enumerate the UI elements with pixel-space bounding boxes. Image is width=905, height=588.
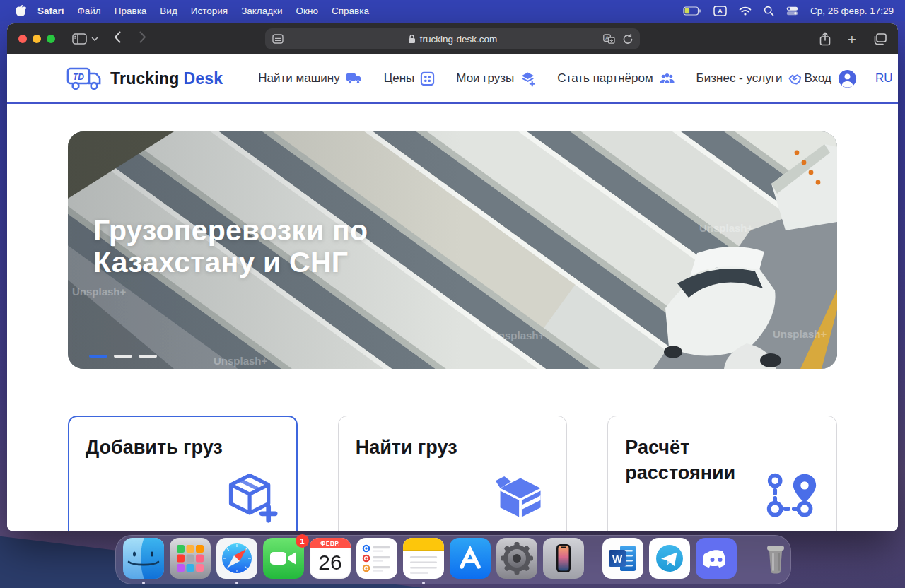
sidebar-toggle-icon[interactable]: [72, 33, 87, 45]
carousel-dot-3[interactable]: [139, 355, 157, 358]
nav-prices[interactable]: Цены: [384, 71, 436, 87]
input-source-icon[interactable]: A: [713, 6, 727, 16]
page-settings-icon[interactable]: [272, 34, 284, 44]
dock-launchpad[interactable]: [170, 538, 211, 579]
language-switcher[interactable]: RU: [875, 71, 893, 86]
notification-badge: 1: [296, 534, 309, 548]
card-distance-calc[interactable]: Расчёт расстоянии: [607, 416, 837, 531]
dock-calendar[interactable]: ФЕВР. 26: [310, 538, 351, 579]
safari-window: trucking-desk.com A +: [7, 23, 898, 531]
carousel-dot-1[interactable]: [89, 355, 107, 358]
menu-file[interactable]: Файл: [78, 6, 101, 16]
running-indicator: [235, 582, 238, 584]
translate-icon[interactable]: A: [603, 34, 615, 44]
hero-title: Грузоперевозки по Казахстану и СНГ: [93, 215, 368, 278]
nav-business-services[interactable]: Бизнес - услуги: [696, 71, 805, 87]
action-cards: Добавить груз Найти груз: [68, 416, 837, 531]
menu-window[interactable]: Окно: [296, 6, 318, 16]
dock-iphone-mirroring[interactable]: [543, 538, 584, 579]
svg-text:TD: TD: [73, 72, 84, 82]
lock-icon: [408, 34, 416, 44]
truck-icon: [346, 71, 363, 86]
menubar-clock[interactable]: Ср, 26 февр. 17:29: [810, 6, 894, 16]
dock-finder[interactable]: [123, 538, 164, 579]
prices-grid-icon: [420, 71, 435, 86]
card-add-cargo[interactable]: Добавить груз: [68, 416, 298, 531]
business-handshake-icon: [788, 71, 804, 86]
spotlight-icon[interactable]: [764, 6, 774, 16]
watermark: Unsplash+: [214, 355, 268, 367]
back-button[interactable]: [114, 31, 121, 47]
route-icon: [764, 470, 818, 524]
dock-system-settings[interactable]: [496, 538, 537, 579]
watermark: Unsplash+: [773, 328, 827, 340]
partners-icon: [659, 71, 675, 86]
battery-icon[interactable]: [683, 6, 701, 16]
dock-reminders[interactable]: [356, 538, 397, 579]
control-center-icon[interactable]: [786, 6, 798, 16]
dock-trash[interactable]: [755, 538, 796, 579]
apple-menu-icon[interactable]: [16, 5, 26, 17]
macos-dock: 1 ФЕВР. 26: [115, 535, 791, 584]
dock-facetime[interactable]: 1: [263, 538, 304, 579]
dock-word[interactable]: W: [602, 538, 643, 579]
dock-telegram[interactable]: [649, 538, 690, 579]
dock-discord[interactable]: [696, 538, 737, 579]
dock-notes[interactable]: [403, 538, 444, 579]
address-bar[interactable]: trucking-desk.com A: [265, 28, 640, 49]
dock-app-store[interactable]: [450, 538, 491, 579]
nav-find-truck[interactable]: Найти машину: [258, 71, 362, 87]
card-find-cargo[interactable]: Найти груз: [338, 416, 568, 531]
menu-safari[interactable]: Safari: [37, 6, 64, 16]
menu-help[interactable]: Справка: [332, 6, 369, 16]
tab-overview-icon[interactable]: [873, 33, 887, 45]
menu-bookmarks[interactable]: Закладки: [241, 6, 282, 16]
menu-history[interactable]: История: [191, 6, 228, 16]
wifi-icon[interactable]: [739, 6, 752, 16]
reload-icon[interactable]: [623, 34, 633, 45]
webpage: TD TruckingDesk Найти машину Цены: [7, 54, 898, 531]
logo-text: TruckingDesk: [110, 69, 223, 88]
watermark: Unsplash+: [72, 286, 127, 298]
watermark: Unsplash+: [491, 329, 545, 341]
watermark: Unsplash+: [699, 222, 754, 234]
forward-button[interactable]: [139, 31, 146, 47]
menu-view[interactable]: Вид: [160, 6, 177, 16]
nav-my-cargo[interactable]: Мои грузы: [456, 71, 536, 87]
site-header: TD TruckingDesk Найти машину Цены: [7, 54, 898, 104]
carousel-dot-2[interactable]: [114, 355, 132, 358]
carousel-indicators: [89, 355, 157, 358]
svg-text:W: W: [612, 553, 623, 565]
window-zoom-button[interactable]: [47, 35, 55, 43]
calendar-day: 26: [310, 546, 351, 579]
cargo-layers-icon: [520, 71, 536, 87]
dock-safari[interactable]: [216, 538, 257, 579]
logo-truck-icon: TD: [66, 65, 103, 92]
macos-menubar: Safari Файл Правка Вид История Закладки …: [0, 0, 905, 21]
hero-carousel: Unsplash+ Unsplash+ Unsplash+ Unsplash+ …: [68, 131, 837, 369]
sidebar-chevron-icon[interactable]: [91, 37, 98, 42]
nav-become-partner[interactable]: Стать партнёром: [557, 71, 675, 87]
menu-items: Safari Файл Правка Вид История Закладки …: [37, 6, 369, 16]
share-icon[interactable]: [819, 32, 831, 46]
running-indicator: [142, 582, 145, 584]
running-indicator: [422, 582, 425, 584]
login-button[interactable]: Вход: [804, 69, 856, 88]
window-close-button[interactable]: [18, 35, 27, 43]
main-nav: Найти машину Цены Мои грузы: [258, 71, 804, 87]
box-open-icon: [494, 470, 548, 524]
box-plus-icon: [224, 471, 278, 524]
user-icon: [838, 69, 857, 88]
new-tab-icon[interactable]: +: [848, 32, 856, 47]
browser-toolbar: trucking-desk.com A +: [7, 23, 898, 54]
window-minimize-button[interactable]: [33, 35, 41, 43]
url-text: trucking-desk.com: [420, 34, 498, 45]
menu-edit[interactable]: Правка: [115, 6, 147, 16]
site-logo[interactable]: TD TruckingDesk: [66, 65, 223, 92]
svg-text:A: A: [718, 7, 723, 15]
